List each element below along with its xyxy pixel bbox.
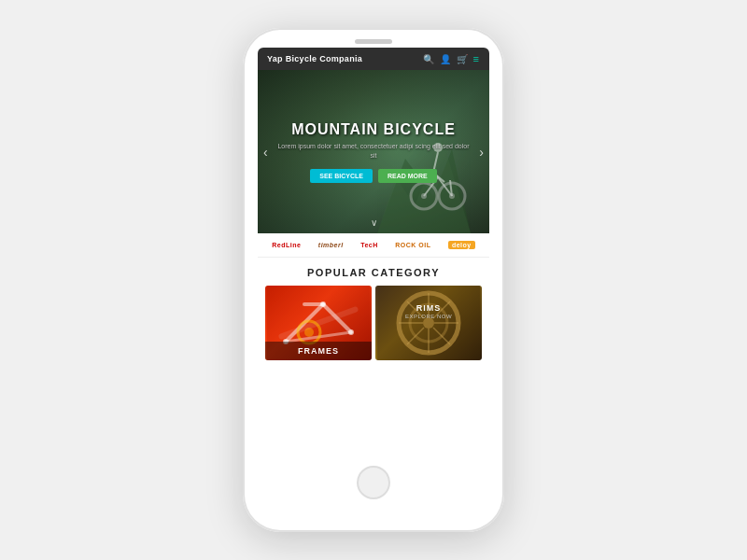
popular-category-title: POPULAR CATEGORY xyxy=(265,267,482,278)
brand-deloy: deloy xyxy=(448,241,475,249)
navbar-brand: Yap Bicycle Compania xyxy=(267,54,362,63)
category-rims[interactable]: RIMS EXPLORE NOW xyxy=(375,286,482,360)
see-bicycle-button[interactable]: SEE BICYCLE xyxy=(310,169,373,183)
menu-icon[interactable]: ≡ xyxy=(473,53,480,64)
svg-point-23 xyxy=(320,301,326,307)
brand-rockol: ROCK OIL xyxy=(395,242,430,248)
phone-wrapper: Yap Bicycle Compania 🔍 👤 🛒 ≡ xyxy=(243,28,504,532)
phone-screen: Yap Bicycle Compania 🔍 👤 🛒 ≡ xyxy=(258,48,489,458)
hero-scroll-down-icon[interactable]: ∨ xyxy=(371,217,377,228)
rims-name: RIMS xyxy=(416,303,442,313)
popular-section: POPULAR CATEGORY xyxy=(258,258,489,370)
category-frames[interactable]: FRAMES xyxy=(265,286,372,360)
rims-explore: EXPLORE NOW xyxy=(405,314,452,319)
phone-body: Yap Bicycle Compania 🔍 👤 🛒 ≡ xyxy=(243,28,504,532)
rims-label: RIMS EXPLORE NOW xyxy=(375,299,482,324)
read-more-button[interactable]: READ MORE xyxy=(378,169,437,183)
brands-bar: RedLine timberl TecH ROCK OIL deloy xyxy=(258,233,489,258)
hero-prev-arrow[interactable]: ‹ xyxy=(263,145,268,160)
hero-section: ‹ MOUNTAIN BICYCLE Lorem ipsum dolor sit… xyxy=(258,70,489,233)
user-icon[interactable]: 👤 xyxy=(440,54,451,64)
frames-label: FRAMES xyxy=(265,342,372,360)
frames-name: FRAMES xyxy=(298,346,339,356)
home-button[interactable] xyxy=(357,466,390,499)
category-grid: FRAMES xyxy=(265,286,482,360)
svg-point-20 xyxy=(304,328,314,337)
phone-speaker xyxy=(355,39,392,44)
hero-title: MOUNTAIN BICYCLE xyxy=(276,121,471,138)
brand-timber: timberl xyxy=(318,242,344,248)
cart-icon[interactable]: 🛒 xyxy=(457,54,468,64)
hero-subtitle: Lorem ipsum dolor sit amet, consectetuer… xyxy=(276,142,471,161)
svg-point-22 xyxy=(348,329,354,335)
hero-next-arrow[interactable]: › xyxy=(479,145,484,160)
brand-techn: TecH xyxy=(360,242,378,248)
search-icon[interactable]: 🔍 xyxy=(423,54,434,64)
navbar-icons: 🔍 👤 🛒 ≡ xyxy=(423,53,480,64)
hero-content: MOUNTAIN BICYCLE Lorem ipsum dolor sit a… xyxy=(258,121,489,183)
navbar: Yap Bicycle Compania 🔍 👤 🛒 ≡ xyxy=(258,48,489,70)
hero-buttons: SEE BICYCLE READ MORE xyxy=(276,169,471,183)
brand-redline: RedLine xyxy=(272,242,301,248)
